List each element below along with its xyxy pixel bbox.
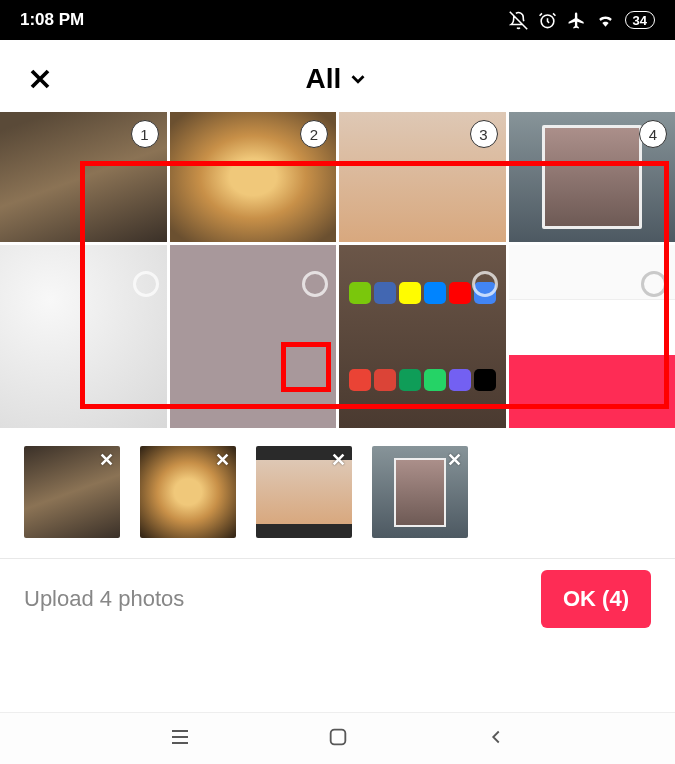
chevron-down-icon (347, 68, 369, 90)
selected-tray: ✕ ✕ ✕ ✕ (0, 428, 675, 558)
photo-item[interactable] (339, 245, 506, 428)
album-dropdown[interactable]: All (24, 63, 651, 95)
header: All (0, 42, 675, 112)
photo-grid: 1 2 3 4 (0, 112, 675, 428)
status-time: 1:08 PM (20, 10, 84, 30)
upload-hint: Upload 4 photos (24, 586, 184, 612)
footer: Upload 4 photos OK (4) (0, 558, 675, 648)
remove-thumbnail-icon[interactable]: ✕ (444, 450, 464, 470)
photo-item[interactable] (170, 245, 337, 428)
photo-item[interactable]: 4 (509, 112, 676, 242)
selection-badge: 2 (300, 120, 328, 148)
remove-thumbnail-icon[interactable]: ✕ (212, 450, 232, 470)
photo-item[interactable]: 1 (0, 112, 167, 242)
alarm-icon (538, 11, 557, 30)
photo-item[interactable]: 3 (339, 112, 506, 242)
svg-rect-4 (331, 729, 346, 744)
selection-badge: 3 (470, 120, 498, 148)
airplane-icon (567, 11, 586, 30)
selection-circle-icon (133, 271, 159, 297)
system-nav-bar (0, 712, 675, 764)
album-title: All (306, 63, 342, 95)
remove-thumbnail-icon[interactable]: ✕ (96, 450, 116, 470)
selection-badge: 1 (131, 120, 159, 148)
recents-button[interactable] (168, 725, 192, 753)
battery-level: 34 (633, 13, 647, 28)
tray-thumbnail[interactable]: ✕ (24, 446, 120, 538)
notification-off-icon (509, 11, 528, 30)
photo-item[interactable]: 2 (170, 112, 337, 242)
tray-thumbnail[interactable]: ✕ (140, 446, 236, 538)
home-button[interactable] (327, 726, 349, 752)
tray-thumbnail[interactable]: ✕ (256, 446, 352, 538)
photo-item[interactable] (0, 245, 167, 428)
back-button[interactable] (485, 726, 507, 752)
selection-badge: 4 (639, 120, 667, 148)
tray-thumbnail[interactable]: ✕ (372, 446, 468, 538)
selection-circle-icon (641, 271, 667, 297)
battery-indicator: 34 (625, 11, 655, 29)
ok-button[interactable]: OK (4) (541, 570, 651, 628)
selection-circle-icon (472, 271, 498, 297)
picker-sheet: All 1 2 3 4 (0, 42, 675, 712)
remove-thumbnail-icon[interactable]: ✕ (328, 450, 348, 470)
status-icons: 34 (509, 11, 655, 30)
selection-circle-icon (302, 271, 328, 297)
photo-item[interactable] (509, 245, 676, 428)
wifi-icon (596, 11, 615, 30)
status-bar: 1:08 PM 34 (0, 0, 675, 40)
